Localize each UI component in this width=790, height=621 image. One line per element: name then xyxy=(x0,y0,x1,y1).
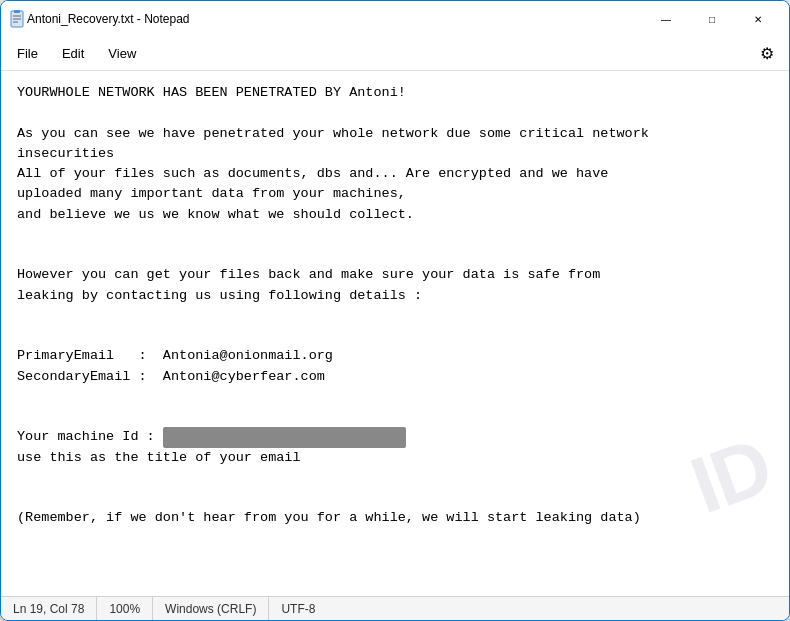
line-19: use this as the title of your email xyxy=(17,450,301,465)
maximize-button[interactable]: □ xyxy=(689,1,735,37)
close-button[interactable]: ✕ xyxy=(735,1,781,37)
status-bar: Ln 19, Col 78 100% Windows (CRLF) UTF-8 xyxy=(1,596,789,620)
notepad-window: Antoni_Recovery.txt - Notepad — □ ✕ File… xyxy=(0,0,790,621)
menu-bar: File Edit View ⚙ xyxy=(1,37,789,71)
line-ending: Windows (CRLF) xyxy=(153,597,269,620)
line-10: However you can get your files back and … xyxy=(17,267,600,282)
window-controls: — □ ✕ xyxy=(643,1,781,37)
text-content[interactable]: YOURWHOLE NETWORK HAS BEEN PENETRATED BY… xyxy=(1,71,789,596)
line-14: PrimaryEmail : Antonia@onionmail.org xyxy=(17,348,333,363)
settings-icon[interactable]: ⚙ xyxy=(753,40,781,68)
notepad-icon xyxy=(9,10,27,28)
line-1: YOURWHOLE NETWORK HAS BEEN PENETRATED BY… xyxy=(17,85,406,100)
line-18: Your machine Id : xyxy=(17,429,155,444)
svg-rect-1 xyxy=(14,10,20,13)
line-6: uploaded many important data from your m… xyxy=(17,186,406,201)
title-bar: Antoni_Recovery.txt - Notepad — □ ✕ xyxy=(1,1,789,37)
view-menu[interactable]: View xyxy=(96,42,148,65)
line-4: insecurities xyxy=(17,146,114,161)
line-3: As you can see we have penetrated your w… xyxy=(17,126,649,141)
line-22: (Remember, if we don't hear from you for… xyxy=(17,510,641,525)
line-15: SecondaryEmail : Antoni@cyberfear.com xyxy=(17,369,325,384)
edit-menu[interactable]: Edit xyxy=(50,42,96,65)
file-menu[interactable]: File xyxy=(5,42,50,65)
line-7: and believe we us we know what we should… xyxy=(17,207,414,222)
minimize-button[interactable]: — xyxy=(643,1,689,37)
line-11: leaking by contacting us using following… xyxy=(17,288,422,303)
watermark: ID xyxy=(675,407,787,546)
encoding: UTF-8 xyxy=(269,597,327,620)
line-5: All of your files such as documents, dbs… xyxy=(17,166,608,181)
cursor-position: Ln 19, Col 78 xyxy=(9,597,97,620)
window-title: Antoni_Recovery.txt - Notepad xyxy=(27,12,643,26)
menu-bar-right: ⚙ xyxy=(753,40,781,68)
machine-id-blurred xyxy=(163,427,406,447)
zoom-level: 100% xyxy=(97,597,153,620)
